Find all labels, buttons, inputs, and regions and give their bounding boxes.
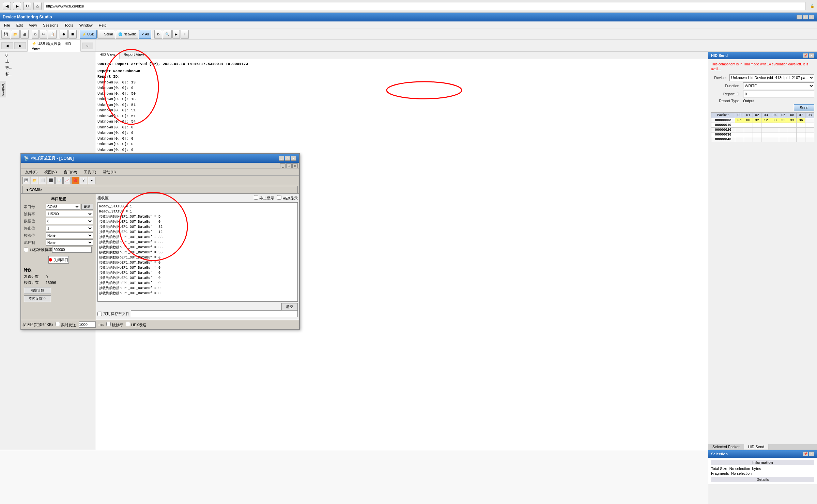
serial-sub-min[interactable]: _ xyxy=(280,163,286,168)
packet-cell-3-4[interactable] xyxy=(770,132,779,137)
forward-button[interactable]: ▶ xyxy=(13,2,21,10)
packet-cell-0-2[interactable]: 32 xyxy=(753,118,761,123)
close-button[interactable]: × xyxy=(809,15,814,19)
minimize-button[interactable]: _ xyxy=(797,15,802,19)
packet-cell-3-1[interactable] xyxy=(744,132,753,137)
menu-file[interactable]: File xyxy=(1,23,13,28)
cut-toolbar-btn[interactable]: ✂ xyxy=(40,30,47,39)
packet-cell-2-5[interactable] xyxy=(779,128,788,132)
file-save-checkbox[interactable] xyxy=(97,312,102,316)
packet-cell-1-5[interactable] xyxy=(779,123,788,128)
packet-cell-2-7[interactable] xyxy=(797,128,805,132)
report-view-tab[interactable]: Report View xyxy=(120,52,149,59)
pause-btn[interactable]: ⏸ xyxy=(181,30,189,39)
serial-menu-file[interactable]: 文件(F) xyxy=(22,169,40,175)
stop-display-checkbox[interactable] xyxy=(254,195,258,200)
packet-cell-1-6[interactable] xyxy=(788,123,797,128)
packet-cell-3-2[interactable] xyxy=(753,132,761,137)
packet-cell-4-3[interactable] xyxy=(761,137,770,142)
packet-cell-2-3[interactable] xyxy=(761,128,770,132)
touch-send-checkbox[interactable] xyxy=(106,322,111,326)
menu-help[interactable]: Help xyxy=(96,23,109,28)
serial-sub-close[interactable]: × xyxy=(292,163,298,168)
serial-tb-4[interactable]: ⬛ xyxy=(47,177,55,184)
open-toolbar-btn[interactable]: 📂 xyxy=(11,30,20,39)
packet-cell-3-5[interactable] xyxy=(779,132,788,137)
packet-cell-3-8[interactable] xyxy=(805,132,814,137)
packet-cell-0-6[interactable]: 33 xyxy=(788,118,797,123)
packet-cell-0-8[interactable] xyxy=(805,118,814,123)
hid-view-tab-inner[interactable]: HID View xyxy=(95,52,120,59)
packet-cell-3-3[interactable] xyxy=(761,132,770,137)
serial-tb-last[interactable]: ▸ xyxy=(88,177,95,184)
com8-tab[interactable]: ▼ COM8 × xyxy=(22,186,298,193)
packet-cell-0-5[interactable]: 33 xyxy=(779,118,788,123)
realtime-send-input[interactable] xyxy=(79,321,96,328)
packet-cell-2-8[interactable] xyxy=(805,128,814,132)
print-toolbar-btn[interactable]: 🖨 xyxy=(20,30,29,39)
serial-tb-5[interactable]: 📊 xyxy=(55,177,63,184)
serial-btn[interactable]: 〰 Serial xyxy=(97,30,115,39)
filter-btn[interactable]: 🔍 xyxy=(163,30,172,39)
packet-cell-3-6[interactable] xyxy=(788,132,797,137)
serial-tb-3[interactable]: ⬜ xyxy=(39,177,46,184)
packet-cell-4-5[interactable] xyxy=(779,137,788,142)
packet-cell-1-7[interactable] xyxy=(797,123,805,128)
prev-tab-btn[interactable]: ◀ xyxy=(1,42,13,49)
maximize-button[interactable]: □ xyxy=(803,15,808,19)
packet-cell-1-8[interactable] xyxy=(805,123,814,128)
nonstandard-checkbox[interactable] xyxy=(24,248,28,252)
packet-cell-2-4[interactable] xyxy=(770,128,779,132)
hid-send-close-btn[interactable]: × xyxy=(809,53,814,58)
packet-cell-4-6[interactable] xyxy=(788,137,797,142)
serial-tb-q[interactable]: ? xyxy=(80,177,87,184)
stop-bits-select[interactable]: 1 xyxy=(46,225,93,231)
packet-cell-0-3[interactable]: 12 xyxy=(761,118,770,123)
paste-toolbar-btn[interactable]: 📋 xyxy=(48,30,57,39)
save-toolbar-btn[interactable]: 💾 xyxy=(1,30,10,39)
stop-toolbar-btn[interactable]: ⏹ xyxy=(68,30,77,39)
packet-cell-4-0[interactable] xyxy=(735,137,744,142)
serial-tb-1[interactable]: 💾 xyxy=(22,177,30,184)
menu-sessions[interactable]: Sessions xyxy=(40,23,61,28)
data-bits-select[interactable]: 8 xyxy=(46,218,93,224)
nonstandard-input[interactable] xyxy=(52,247,92,253)
home-button[interactable]: ⌂ xyxy=(33,2,42,10)
all-btn[interactable]: ✓ All xyxy=(139,30,151,39)
packet-cell-0-0[interactable]: 0d xyxy=(735,118,744,123)
serial-menu-tools[interactable]: 工具(T) xyxy=(81,169,99,175)
address-bar[interactable] xyxy=(44,2,805,10)
flow-settings-btn[interactable]: 流控设置>> xyxy=(24,295,51,302)
hex-display-checkbox[interactable] xyxy=(277,195,281,200)
report-id-input[interactable] xyxy=(743,91,814,97)
packet-cell-1-3[interactable] xyxy=(761,123,770,128)
packet-cell-2-1[interactable] xyxy=(744,128,753,132)
packet-cell-1-0[interactable] xyxy=(735,123,744,128)
record-toolbar-btn[interactable]: ⏺ xyxy=(60,30,68,39)
packet-cell-4-4[interactable] xyxy=(770,137,779,142)
packet-cell-0-7[interactable]: 36 xyxy=(797,118,805,123)
packet-cell-1-2[interactable] xyxy=(753,123,761,128)
settings-btn[interactable]: ⚙ xyxy=(154,30,162,39)
back-button[interactable]: ◀ xyxy=(3,2,11,10)
port-select[interactable]: COM8 xyxy=(46,204,80,210)
packet-cell-3-7[interactable] xyxy=(797,132,805,137)
flow-select[interactable]: None xyxy=(46,239,93,246)
packet-cell-3-0[interactable] xyxy=(735,132,744,137)
send-button[interactable]: Send xyxy=(794,104,814,111)
serial-menu-help[interactable]: 帮助(H) xyxy=(100,169,118,175)
packet-cell-2-0[interactable] xyxy=(735,128,744,132)
packet-cell-0-1[interactable]: 00 xyxy=(744,118,753,123)
hid-send-pin-btn[interactable]: 📌 xyxy=(803,53,808,58)
serial-tb-6[interactable]: 📈 xyxy=(63,177,71,184)
menu-edit[interactable]: Edit xyxy=(14,23,26,28)
menu-view[interactable]: View xyxy=(26,23,40,28)
hex-send-checkbox[interactable] xyxy=(126,322,130,326)
file-save-path[interactable] xyxy=(131,310,298,317)
serial-maximize-btn[interactable]: □ xyxy=(285,156,290,161)
hex-display-label[interactable]: HEX显示 xyxy=(277,195,298,201)
packet-cell-0-4[interactable]: 33 xyxy=(770,118,779,123)
selection-close-btn[interactable]: × xyxy=(809,452,814,456)
serial-menu-window[interactable]: 窗口(W) xyxy=(61,169,80,175)
serial-sub-max[interactable]: □ xyxy=(286,163,292,168)
